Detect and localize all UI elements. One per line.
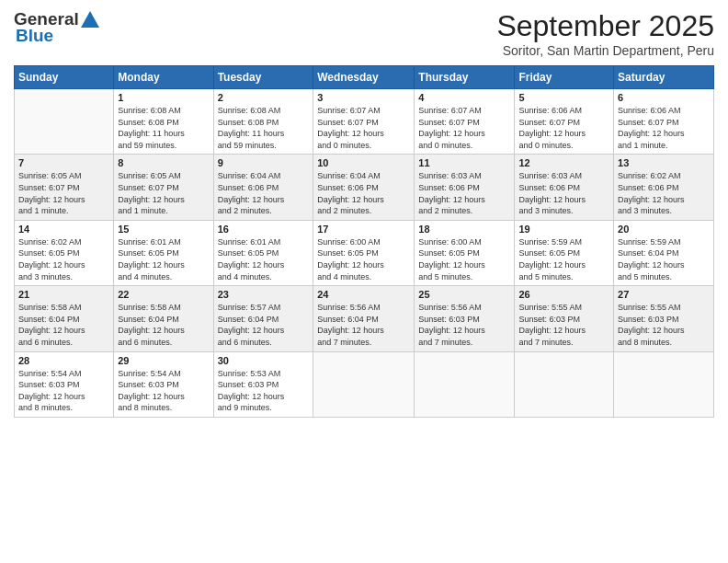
calendar-day-cell bbox=[415, 351, 515, 417]
day-info: Sunrise: 6:06 AM Sunset: 6:07 PM Dayligh… bbox=[518, 105, 609, 151]
day-number: 9 bbox=[218, 157, 310, 168]
calendar-day-cell: 16Sunrise: 6:01 AM Sunset: 6:05 PM Dayli… bbox=[213, 220, 313, 285]
day-number: 30 bbox=[218, 355, 310, 366]
day-info: Sunrise: 6:02 AM Sunset: 6:05 PM Dayligh… bbox=[18, 236, 109, 282]
day-number: 4 bbox=[418, 92, 510, 103]
day-number: 29 bbox=[118, 355, 209, 366]
calendar-day-cell: 2Sunrise: 6:08 AM Sunset: 6:08 PM Daylig… bbox=[213, 89, 313, 155]
calendar-day-cell: 19Sunrise: 5:59 AM Sunset: 6:05 PM Dayli… bbox=[515, 220, 614, 285]
day-number: 23 bbox=[218, 289, 310, 300]
weekday-header: Wednesday bbox=[313, 66, 415, 89]
calendar-day-cell: 5Sunrise: 6:06 AM Sunset: 6:07 PM Daylig… bbox=[515, 89, 614, 155]
day-number: 25 bbox=[418, 289, 510, 300]
weekday-header: Tuesday bbox=[213, 66, 313, 89]
day-info: Sunrise: 6:01 AM Sunset: 6:05 PM Dayligh… bbox=[218, 236, 310, 282]
title-block: September 2025 Soritor, San Martin Depar… bbox=[496, 9, 714, 58]
calendar-day-cell: 27Sunrise: 5:55 AM Sunset: 6:03 PM Dayli… bbox=[614, 286, 714, 351]
day-info: Sunrise: 6:05 AM Sunset: 6:07 PM Dayligh… bbox=[118, 170, 209, 216]
day-number: 1 bbox=[118, 92, 209, 103]
day-info: Sunrise: 6:02 AM Sunset: 6:06 PM Dayligh… bbox=[618, 170, 710, 216]
calendar-header-row: SundayMondayTuesdayWednesdayThursdayFrid… bbox=[15, 66, 714, 89]
day-info: Sunrise: 6:00 AM Sunset: 6:05 PM Dayligh… bbox=[317, 236, 410, 282]
day-number: 17 bbox=[317, 224, 410, 235]
weekday-header: Sunday bbox=[15, 66, 114, 89]
day-number: 7 bbox=[18, 157, 109, 168]
calendar-day-cell: 8Sunrise: 6:05 AM Sunset: 6:07 PM Daylig… bbox=[114, 155, 213, 220]
calendar-day-cell bbox=[614, 351, 714, 417]
day-info: Sunrise: 6:04 AM Sunset: 6:06 PM Dayligh… bbox=[317, 170, 410, 216]
day-number: 5 bbox=[518, 92, 609, 103]
day-number: 27 bbox=[618, 289, 710, 300]
calendar: SundayMondayTuesdayWednesdayThursdayFrid… bbox=[14, 65, 714, 418]
calendar-day-cell: 25Sunrise: 5:56 AM Sunset: 6:03 PM Dayli… bbox=[415, 286, 515, 351]
day-info: Sunrise: 5:55 AM Sunset: 6:03 PM Dayligh… bbox=[518, 302, 609, 348]
calendar-day-cell bbox=[515, 351, 614, 417]
calendar-day-cell bbox=[15, 89, 114, 155]
calendar-day-cell: 10Sunrise: 6:04 AM Sunset: 6:06 PM Dayli… bbox=[313, 155, 415, 220]
calendar-day-cell: 24Sunrise: 5:56 AM Sunset: 6:04 PM Dayli… bbox=[313, 286, 415, 351]
day-info: Sunrise: 5:53 AM Sunset: 6:03 PM Dayligh… bbox=[218, 368, 310, 414]
calendar-day-cell: 18Sunrise: 6:00 AM Sunset: 6:05 PM Dayli… bbox=[415, 220, 515, 285]
day-number: 21 bbox=[18, 289, 109, 300]
day-number: 3 bbox=[317, 92, 410, 103]
day-number: 18 bbox=[418, 224, 510, 235]
calendar-day-cell: 29Sunrise: 5:54 AM Sunset: 6:03 PM Dayli… bbox=[114, 351, 213, 417]
calendar-day-cell: 1Sunrise: 6:08 AM Sunset: 6:08 PM Daylig… bbox=[114, 89, 213, 155]
day-info: Sunrise: 6:06 AM Sunset: 6:07 PM Dayligh… bbox=[618, 105, 710, 151]
day-number: 20 bbox=[618, 224, 710, 235]
logo-blue: Blue bbox=[16, 26, 53, 46]
calendar-day-cell: 9Sunrise: 6:04 AM Sunset: 6:06 PM Daylig… bbox=[213, 155, 313, 220]
calendar-day-cell: 4Sunrise: 6:07 AM Sunset: 6:07 PM Daylig… bbox=[415, 89, 515, 155]
calendar-day-cell: 14Sunrise: 6:02 AM Sunset: 6:05 PM Dayli… bbox=[15, 220, 114, 285]
calendar-day-cell: 20Sunrise: 5:59 AM Sunset: 6:04 PM Dayli… bbox=[614, 220, 714, 285]
day-info: Sunrise: 5:54 AM Sunset: 6:03 PM Dayligh… bbox=[118, 368, 209, 414]
weekday-header: Monday bbox=[114, 66, 213, 89]
calendar-day-cell bbox=[313, 351, 415, 417]
weekday-header: Thursday bbox=[415, 66, 515, 89]
calendar-day-cell: 12Sunrise: 6:03 AM Sunset: 6:06 PM Dayli… bbox=[515, 155, 614, 220]
day-number: 28 bbox=[18, 355, 109, 366]
day-info: Sunrise: 6:03 AM Sunset: 6:06 PM Dayligh… bbox=[418, 170, 510, 216]
calendar-day-cell: 6Sunrise: 6:06 AM Sunset: 6:07 PM Daylig… bbox=[614, 89, 714, 155]
day-info: Sunrise: 6:04 AM Sunset: 6:06 PM Dayligh… bbox=[218, 170, 310, 216]
day-info: Sunrise: 5:58 AM Sunset: 6:04 PM Dayligh… bbox=[118, 302, 209, 348]
calendar-day-cell: 26Sunrise: 5:55 AM Sunset: 6:03 PM Dayli… bbox=[515, 286, 614, 351]
calendar-day-cell: 30Sunrise: 5:53 AM Sunset: 6:03 PM Dayli… bbox=[213, 351, 313, 417]
month-title: September 2025 bbox=[496, 9, 714, 43]
day-info: Sunrise: 5:55 AM Sunset: 6:03 PM Dayligh… bbox=[618, 302, 710, 348]
page: General Blue September 2025 Soritor, San… bbox=[0, 0, 728, 563]
day-info: Sunrise: 5:57 AM Sunset: 6:04 PM Dayligh… bbox=[218, 302, 310, 348]
calendar-day-cell: 28Sunrise: 5:54 AM Sunset: 6:03 PM Dayli… bbox=[15, 351, 114, 417]
day-info: Sunrise: 5:56 AM Sunset: 6:03 PM Dayligh… bbox=[418, 302, 510, 348]
day-info: Sunrise: 5:56 AM Sunset: 6:04 PM Dayligh… bbox=[317, 302, 410, 348]
day-number: 19 bbox=[518, 224, 609, 235]
day-info: Sunrise: 6:07 AM Sunset: 6:07 PM Dayligh… bbox=[418, 105, 510, 151]
day-info: Sunrise: 6:00 AM Sunset: 6:05 PM Dayligh… bbox=[418, 236, 510, 282]
day-info: Sunrise: 6:05 AM Sunset: 6:07 PM Dayligh… bbox=[18, 170, 109, 216]
day-info: Sunrise: 5:58 AM Sunset: 6:04 PM Dayligh… bbox=[18, 302, 109, 348]
calendar-day-cell: 15Sunrise: 6:01 AM Sunset: 6:05 PM Dayli… bbox=[114, 220, 213, 285]
svg-marker-0 bbox=[81, 11, 99, 28]
day-info: Sunrise: 6:08 AM Sunset: 6:08 PM Dayligh… bbox=[118, 105, 209, 151]
calendar-week-row: 1Sunrise: 6:08 AM Sunset: 6:08 PM Daylig… bbox=[15, 89, 714, 155]
logo-icon bbox=[81, 11, 99, 28]
calendar-week-row: 7Sunrise: 6:05 AM Sunset: 6:07 PM Daylig… bbox=[15, 155, 714, 220]
day-number: 13 bbox=[618, 157, 710, 168]
day-info: Sunrise: 5:54 AM Sunset: 6:03 PM Dayligh… bbox=[18, 368, 109, 414]
calendar-day-cell: 21Sunrise: 5:58 AM Sunset: 6:04 PM Dayli… bbox=[15, 286, 114, 351]
day-info: Sunrise: 5:59 AM Sunset: 6:04 PM Dayligh… bbox=[618, 236, 710, 282]
day-number: 16 bbox=[218, 224, 310, 235]
day-number: 15 bbox=[118, 224, 209, 235]
day-info: Sunrise: 5:59 AM Sunset: 6:05 PM Dayligh… bbox=[518, 236, 609, 282]
calendar-day-cell: 11Sunrise: 6:03 AM Sunset: 6:06 PM Dayli… bbox=[415, 155, 515, 220]
calendar-week-row: 21Sunrise: 5:58 AM Sunset: 6:04 PM Dayli… bbox=[15, 286, 714, 351]
calendar-day-cell: 17Sunrise: 6:00 AM Sunset: 6:05 PM Dayli… bbox=[313, 220, 415, 285]
day-info: Sunrise: 6:07 AM Sunset: 6:07 PM Dayligh… bbox=[317, 105, 410, 151]
logo: General Blue bbox=[14, 9, 99, 46]
day-number: 8 bbox=[118, 157, 209, 168]
day-number: 24 bbox=[317, 289, 410, 300]
location: Soritor, San Martin Department, Peru bbox=[496, 43, 714, 58]
calendar-day-cell: 23Sunrise: 5:57 AM Sunset: 6:04 PM Dayli… bbox=[213, 286, 313, 351]
day-number: 10 bbox=[317, 157, 410, 168]
calendar-day-cell: 13Sunrise: 6:02 AM Sunset: 6:06 PM Dayli… bbox=[614, 155, 714, 220]
